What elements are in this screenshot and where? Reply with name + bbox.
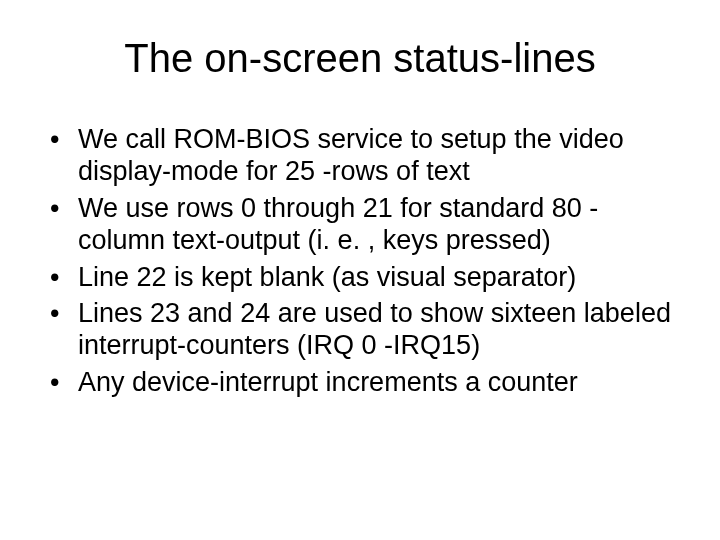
slide-title: The on-screen status-lines — [40, 36, 680, 81]
slide: The on-screen status-lines We call ROM-B… — [0, 0, 720, 540]
bullet-list: We call ROM-BIOS service to setup the vi… — [44, 123, 680, 398]
list-item: Lines 23 and 24 are used to show sixteen… — [44, 297, 680, 362]
list-item: Line 22 is kept blank (as visual separat… — [44, 261, 680, 293]
list-item: Any device-interrupt increments a counte… — [44, 366, 680, 398]
list-item: We use rows 0 through 21 for standard 80… — [44, 192, 680, 257]
list-item: We call ROM-BIOS service to setup the vi… — [44, 123, 680, 188]
